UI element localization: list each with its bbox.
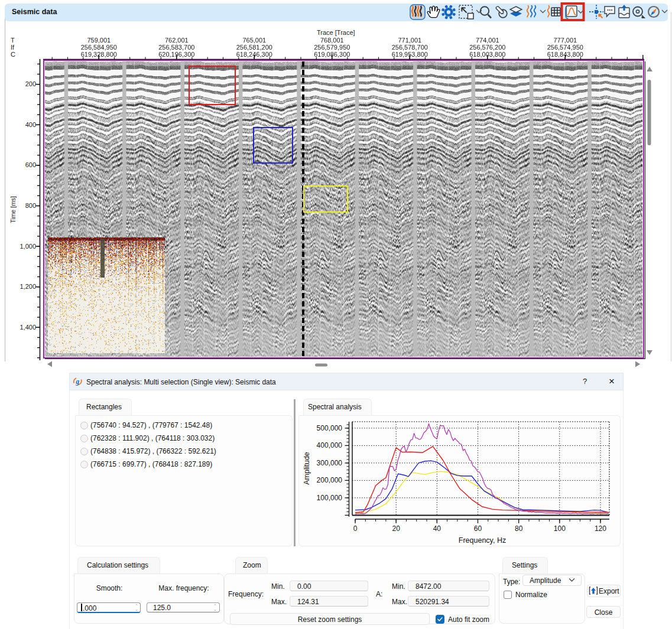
svg-text:200,000: 200,000 [317, 476, 343, 484]
svg-text:0: 0 [353, 524, 358, 533]
svg-text:100: 100 [554, 524, 566, 533]
svg-text:40: 40 [433, 524, 441, 533]
svg-text:Frequency, Hz: Frequency, Hz [459, 536, 506, 545]
svg-text:500,000: 500,000 [317, 424, 343, 432]
svg-text:60: 60 [474, 524, 482, 533]
svg-text:400,000: 400,000 [317, 441, 343, 449]
svg-text:20: 20 [392, 524, 400, 533]
svg-text:120: 120 [595, 524, 606, 533]
svg-text:100,000: 100,000 [317, 494, 343, 502]
svg-text:80: 80 [515, 524, 523, 533]
svg-text:300,000: 300,000 [317, 459, 343, 467]
svg-text:g: g [75, 377, 79, 386]
svg-text:Amplitude: Amplitude [303, 452, 311, 485]
